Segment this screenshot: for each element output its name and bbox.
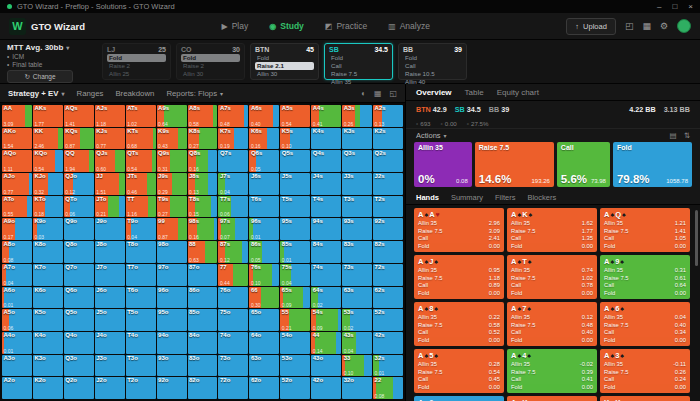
hand-cell-Q6s[interactable]: Q6s0.05	[249, 150, 279, 172]
hand-cell-98s[interactable]: 98s0.16	[188, 218, 218, 240]
hand-cell-K2s[interactable]: K2s	[373, 128, 403, 150]
hand-cell-ATo[interactable]: ATo0.55	[2, 196, 32, 218]
hand-cell-T5s[interactable]: T5s	[280, 196, 310, 218]
hand-card-AsTs[interactable]: A♠T♠Allin 350.74Raise 7.51.02Call0.78Fol…	[507, 255, 597, 299]
hand-cell-93s[interactable]: 93s	[342, 218, 372, 240]
hand-card-AsQs[interactable]: A♠Q♠Allin 351.21Raise 7.51.41Call1.05Fol…	[600, 208, 690, 252]
hand-cell-97o[interactable]: 97o	[157, 264, 187, 286]
hand-cell-65s[interactable]: 65s0.09	[280, 287, 310, 309]
hand-cell-Q3o[interactable]: Q3o	[64, 355, 94, 377]
hand-cell-Q9o[interactable]: Q9o	[64, 218, 94, 240]
close-icon[interactable]: ×	[688, 2, 693, 11]
hand-cell-T3s[interactable]: T3s	[342, 196, 372, 218]
hand-cell-K8s[interactable]: K8s0.27	[188, 128, 218, 150]
scrollbar[interactable]	[695, 210, 698, 266]
hand-cell-95o[interactable]: 95o	[157, 309, 187, 331]
hand-cell-Q3s[interactable]: Q3s	[342, 150, 372, 172]
hand-cell-Q6o[interactable]: Q6o	[64, 287, 94, 309]
hand-cell-T4o[interactable]: T4o	[126, 332, 156, 354]
hand-cell-A4o[interactable]: A4o0.01	[2, 332, 32, 354]
hand-cell-T9s[interactable]: T9s0.27	[157, 196, 187, 218]
hand-cell-63o[interactable]: 63o	[249, 355, 279, 377]
hand-cell-Q5o[interactable]: Q5o	[64, 309, 94, 331]
hand-cell-62o[interactable]: 62o	[249, 377, 279, 399]
list-icon[interactable]: ▤	[670, 131, 677, 140]
action-box-fold[interactable]: Fold79.8%1058.78	[613, 142, 692, 187]
hand-cell-T2o[interactable]: T2o	[126, 377, 156, 399]
hand-cell-J8o[interactable]: J8o	[95, 241, 125, 263]
hand-cell-J3o[interactable]: J3o	[95, 355, 125, 377]
hand-cell-QJs[interactable]: QJs0.60	[95, 150, 125, 172]
hand-cell-AA[interactable]: AA3.09	[2, 105, 32, 127]
hand-cell-99[interactable]: 990.87	[157, 218, 187, 240]
tab-study[interactable]: ◉Study	[269, 21, 304, 31]
hand-cell-65o[interactable]: 65o	[249, 309, 279, 331]
hand-cell-74o[interactable]: 74o	[218, 332, 248, 354]
hand-cell-JJ[interactable]: JJ1.51	[95, 173, 125, 195]
action-box-call[interactable]: Call5.6%73.98	[557, 142, 610, 187]
hand-cell-K4s[interactable]: K4s	[311, 128, 341, 150]
hand-cell-K4o[interactable]: K4o	[33, 332, 63, 354]
hand-cell-A7o[interactable]: A7o0.04	[2, 264, 32, 286]
hand-card-AsKs[interactable]: A♠K♠Allin 351.62Raise 7.51.77Call1.35Fol…	[507, 208, 597, 252]
hand-cell-J2o[interactable]: J2o	[95, 377, 125, 399]
upload-button[interactable]: ↑ Upload	[566, 18, 616, 35]
hand-cell-82o[interactable]: 82o	[188, 377, 218, 399]
hand-card-AsKh[interactable]: A♠K♥Allin 351.38Raise 7.51.54Call1.10Fol…	[507, 396, 597, 401]
hand-card-As8s[interactable]: A♠8♠Allin 350.22Raise 7.50.58Call0.52Fol…	[414, 302, 504, 346]
sort-icon[interactable]: ⇅	[684, 131, 690, 140]
hand-cell-AJo[interactable]: AJo0.77	[2, 173, 32, 195]
hand-cell-A3o[interactable]: A3o	[2, 355, 32, 377]
position-box-btn[interactable]: BTN45FoldRaise 2.1Allin 30	[250, 43, 319, 80]
hand-cell-42s[interactable]: 42s	[373, 332, 403, 354]
hand-cell-T8s[interactable]: T8s0.15	[188, 196, 218, 218]
hand-cell-94o[interactable]: 94o	[157, 332, 187, 354]
hand-cell-86s[interactable]: 86s0.05	[249, 241, 279, 263]
hand-cell-96s[interactable]: 96s0.01	[249, 218, 279, 240]
hand-cell-Q8o[interactable]: Q8o	[64, 241, 94, 263]
hand-cell-72o[interactable]: 72o	[218, 377, 248, 399]
hand-cell-ATs[interactable]: ATs1.02	[126, 105, 156, 127]
hand-cell-Q2o[interactable]: Q2o	[64, 377, 94, 399]
hand-cell-A4s[interactable]: A4s0.41	[311, 105, 341, 127]
hand-cell-J5s[interactable]: J5s	[280, 173, 310, 195]
tab-analyze[interactable]: ▥Analyze	[388, 21, 430, 31]
hand-cell-J3s[interactable]: J3s	[342, 173, 372, 195]
minimize-icon[interactable]: –	[657, 2, 661, 11]
hand-cell-A8s[interactable]: A8s0.58	[188, 105, 218, 127]
hand-cell-K6s[interactable]: K6s0.16	[249, 128, 279, 150]
hand-cell-QTo[interactable]: QTo0.06	[64, 196, 94, 218]
tab-overview[interactable]: Overview	[416, 88, 452, 97]
hand-cell-64o[interactable]: 64o	[249, 332, 279, 354]
hand-cell-84s[interactable]: 84s	[311, 241, 341, 263]
expand-icon[interactable]: ◱	[389, 89, 397, 98]
hand-cell-K7o[interactable]: K7o	[33, 264, 63, 286]
scenario-name-dropdown[interactable]: MTT Avg. 30bb ▾	[7, 43, 97, 52]
hand-cell-QJo[interactable]: QJo0.12	[64, 173, 94, 195]
hand-cell-A2o[interactable]: A2o	[2, 377, 32, 399]
hand-cell-43s[interactable]: 43s0.04	[342, 332, 372, 354]
hand-cell-J6o[interactable]: J6o	[95, 287, 125, 309]
hand-cell-JTo[interactable]: JTo0.21	[95, 196, 125, 218]
hand-card-AsAh[interactable]: A♠A♥Allin 352.96Raise 7.53.09Call2.41Fol…	[414, 208, 504, 252]
hand-cell-KQs[interactable]: KQs0.87	[64, 128, 94, 150]
hand-cell-A6s[interactable]: A6s0.40	[249, 105, 279, 127]
contrast-icon[interactable]: ◐	[361, 89, 366, 98]
hand-cell-A3s[interactable]: A3s0.26	[342, 105, 372, 127]
hand-cell-Q7s[interactable]: Q7s	[218, 150, 248, 172]
hand-cell-44[interactable]: 440.14	[311, 332, 341, 354]
hand-cell-97s[interactable]: 97s0.07	[218, 218, 248, 240]
hand-cell-93o[interactable]: 93o	[157, 355, 187, 377]
hand-cell-86o[interactable]: 86o	[188, 287, 218, 309]
hand-card-As6s[interactable]: A♠6♠Allin 350.04Raise 7.50.40Call0.34Fol…	[600, 302, 690, 346]
hand-cell-52o[interactable]: 52o	[280, 377, 310, 399]
hand-cell-Q5s[interactable]: Q5s	[280, 150, 310, 172]
hand-cell-T6o[interactable]: T6o	[126, 287, 156, 309]
hand-cell-98o[interactable]: 98o	[157, 241, 187, 263]
hand-cell-Q7o[interactable]: Q7o	[64, 264, 94, 286]
position-box-co[interactable]: CO30FoldRaise 2Allin 30	[176, 43, 245, 80]
hand-cell-85o[interactable]: 85o	[188, 309, 218, 331]
hand-card-As9s[interactable]: A♠9♠Allin 350.31Raise 7.50.61Call0.64Fol…	[600, 255, 690, 299]
action-box-raise-7-5[interactable]: Raise 7.514.6%193.26	[475, 142, 554, 187]
hand-cell-92o[interactable]: 92o	[157, 377, 187, 399]
